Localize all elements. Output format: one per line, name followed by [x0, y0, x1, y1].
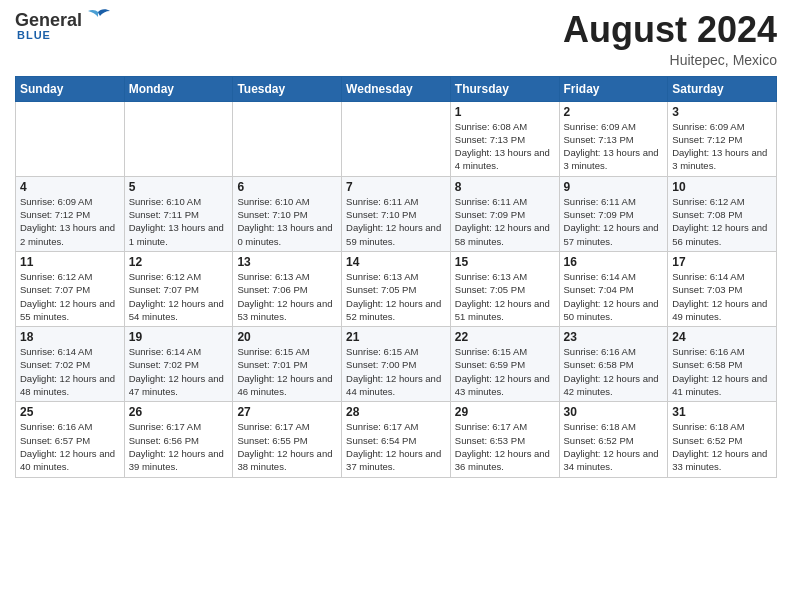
- calendar-cell: 15Sunrise: 6:13 AM Sunset: 7:05 PM Dayli…: [450, 251, 559, 326]
- day-info: Sunrise: 6:15 AM Sunset: 7:00 PM Dayligh…: [346, 345, 446, 398]
- header: General Blue August 2024 Huitepec, Mexic…: [15, 10, 777, 68]
- day-number: 7: [346, 180, 446, 194]
- day-number: 15: [455, 255, 555, 269]
- calendar-cell: 1Sunrise: 6:08 AM Sunset: 7:13 PM Daylig…: [450, 101, 559, 176]
- calendar-cell: 6Sunrise: 6:10 AM Sunset: 7:10 PM Daylig…: [233, 176, 342, 251]
- calendar-cell: 3Sunrise: 6:09 AM Sunset: 7:12 PM Daylig…: [668, 101, 777, 176]
- day-info: Sunrise: 6:13 AM Sunset: 7:06 PM Dayligh…: [237, 270, 337, 323]
- day-header-wednesday: Wednesday: [342, 76, 451, 101]
- day-number: 26: [129, 405, 229, 419]
- location: Huitepec, Mexico: [563, 52, 777, 68]
- day-number: 16: [564, 255, 664, 269]
- calendar-week-row: 11Sunrise: 6:12 AM Sunset: 7:07 PM Dayli…: [16, 251, 777, 326]
- calendar-cell: 8Sunrise: 6:11 AM Sunset: 7:09 PM Daylig…: [450, 176, 559, 251]
- day-number: 22: [455, 330, 555, 344]
- calendar-cell: [233, 101, 342, 176]
- day-header-friday: Friday: [559, 76, 668, 101]
- calendar: SundayMondayTuesdayWednesdayThursdayFrid…: [15, 76, 777, 478]
- calendar-cell: [16, 101, 125, 176]
- calendar-cell: 7Sunrise: 6:11 AM Sunset: 7:10 PM Daylig…: [342, 176, 451, 251]
- calendar-cell: 26Sunrise: 6:17 AM Sunset: 6:56 PM Dayli…: [124, 402, 233, 477]
- day-number: 13: [237, 255, 337, 269]
- day-number: 9: [564, 180, 664, 194]
- day-number: 11: [20, 255, 120, 269]
- day-info: Sunrise: 6:17 AM Sunset: 6:53 PM Dayligh…: [455, 420, 555, 473]
- calendar-week-row: 25Sunrise: 6:16 AM Sunset: 6:57 PM Dayli…: [16, 402, 777, 477]
- calendar-week-row: 18Sunrise: 6:14 AM Sunset: 7:02 PM Dayli…: [16, 327, 777, 402]
- day-info: Sunrise: 6:12 AM Sunset: 7:08 PM Dayligh…: [672, 195, 772, 248]
- day-info: Sunrise: 6:11 AM Sunset: 7:09 PM Dayligh…: [455, 195, 555, 248]
- day-info: Sunrise: 6:15 AM Sunset: 6:59 PM Dayligh…: [455, 345, 555, 398]
- day-number: 3: [672, 105, 772, 119]
- day-info: Sunrise: 6:14 AM Sunset: 7:02 PM Dayligh…: [20, 345, 120, 398]
- calendar-cell: 25Sunrise: 6:16 AM Sunset: 6:57 PM Dayli…: [16, 402, 125, 477]
- calendar-cell: 12Sunrise: 6:12 AM Sunset: 7:07 PM Dayli…: [124, 251, 233, 326]
- day-number: 31: [672, 405, 772, 419]
- day-number: 28: [346, 405, 446, 419]
- calendar-cell: 11Sunrise: 6:12 AM Sunset: 7:07 PM Dayli…: [16, 251, 125, 326]
- day-number: 27: [237, 405, 337, 419]
- day-info: Sunrise: 6:12 AM Sunset: 7:07 PM Dayligh…: [20, 270, 120, 323]
- calendar-cell: 29Sunrise: 6:17 AM Sunset: 6:53 PM Dayli…: [450, 402, 559, 477]
- day-number: 10: [672, 180, 772, 194]
- calendar-cell: 14Sunrise: 6:13 AM Sunset: 7:05 PM Dayli…: [342, 251, 451, 326]
- day-info: Sunrise: 6:13 AM Sunset: 7:05 PM Dayligh…: [455, 270, 555, 323]
- day-number: 1: [455, 105, 555, 119]
- logo-subtitle: Blue: [17, 29, 51, 41]
- day-info: Sunrise: 6:14 AM Sunset: 7:04 PM Dayligh…: [564, 270, 664, 323]
- day-info: Sunrise: 6:17 AM Sunset: 6:56 PM Dayligh…: [129, 420, 229, 473]
- day-number: 20: [237, 330, 337, 344]
- day-number: 8: [455, 180, 555, 194]
- day-info: Sunrise: 6:16 AM Sunset: 6:57 PM Dayligh…: [20, 420, 120, 473]
- calendar-cell: [342, 101, 451, 176]
- day-header-tuesday: Tuesday: [233, 76, 342, 101]
- day-number: 2: [564, 105, 664, 119]
- day-number: 5: [129, 180, 229, 194]
- calendar-cell: [124, 101, 233, 176]
- calendar-cell: 27Sunrise: 6:17 AM Sunset: 6:55 PM Dayli…: [233, 402, 342, 477]
- calendar-week-row: 1Sunrise: 6:08 AM Sunset: 7:13 PM Daylig…: [16, 101, 777, 176]
- day-info: Sunrise: 6:08 AM Sunset: 7:13 PM Dayligh…: [455, 120, 555, 173]
- calendar-cell: 23Sunrise: 6:16 AM Sunset: 6:58 PM Dayli…: [559, 327, 668, 402]
- day-info: Sunrise: 6:10 AM Sunset: 7:11 PM Dayligh…: [129, 195, 229, 248]
- day-info: Sunrise: 6:15 AM Sunset: 7:01 PM Dayligh…: [237, 345, 337, 398]
- day-number: 30: [564, 405, 664, 419]
- day-number: 17: [672, 255, 772, 269]
- calendar-cell: 9Sunrise: 6:11 AM Sunset: 7:09 PM Daylig…: [559, 176, 668, 251]
- day-info: Sunrise: 6:09 AM Sunset: 7:12 PM Dayligh…: [20, 195, 120, 248]
- logo-bird-icon: [84, 8, 112, 30]
- day-info: Sunrise: 6:18 AM Sunset: 6:52 PM Dayligh…: [672, 420, 772, 473]
- calendar-week-row: 4Sunrise: 6:09 AM Sunset: 7:12 PM Daylig…: [16, 176, 777, 251]
- day-header-sunday: Sunday: [16, 76, 125, 101]
- day-number: 24: [672, 330, 772, 344]
- day-header-monday: Monday: [124, 76, 233, 101]
- calendar-cell: 20Sunrise: 6:15 AM Sunset: 7:01 PM Dayli…: [233, 327, 342, 402]
- day-number: 18: [20, 330, 120, 344]
- month-title: August 2024: [563, 10, 777, 50]
- calendar-cell: 30Sunrise: 6:18 AM Sunset: 6:52 PM Dayli…: [559, 402, 668, 477]
- day-info: Sunrise: 6:14 AM Sunset: 7:03 PM Dayligh…: [672, 270, 772, 323]
- day-number: 4: [20, 180, 120, 194]
- logo-general-text: General: [15, 10, 82, 31]
- calendar-cell: 5Sunrise: 6:10 AM Sunset: 7:11 PM Daylig…: [124, 176, 233, 251]
- calendar-cell: 21Sunrise: 6:15 AM Sunset: 7:00 PM Dayli…: [342, 327, 451, 402]
- calendar-cell: 17Sunrise: 6:14 AM Sunset: 7:03 PM Dayli…: [668, 251, 777, 326]
- day-number: 12: [129, 255, 229, 269]
- day-info: Sunrise: 6:13 AM Sunset: 7:05 PM Dayligh…: [346, 270, 446, 323]
- calendar-cell: 22Sunrise: 6:15 AM Sunset: 6:59 PM Dayli…: [450, 327, 559, 402]
- calendar-cell: 16Sunrise: 6:14 AM Sunset: 7:04 PM Dayli…: [559, 251, 668, 326]
- calendar-cell: 18Sunrise: 6:14 AM Sunset: 7:02 PM Dayli…: [16, 327, 125, 402]
- calendar-cell: 10Sunrise: 6:12 AM Sunset: 7:08 PM Dayli…: [668, 176, 777, 251]
- day-info: Sunrise: 6:09 AM Sunset: 7:13 PM Dayligh…: [564, 120, 664, 173]
- day-info: Sunrise: 6:09 AM Sunset: 7:12 PM Dayligh…: [672, 120, 772, 173]
- day-number: 29: [455, 405, 555, 419]
- day-info: Sunrise: 6:17 AM Sunset: 6:54 PM Dayligh…: [346, 420, 446, 473]
- day-info: Sunrise: 6:14 AM Sunset: 7:02 PM Dayligh…: [129, 345, 229, 398]
- calendar-header-row: SundayMondayTuesdayWednesdayThursdayFrid…: [16, 76, 777, 101]
- calendar-cell: 4Sunrise: 6:09 AM Sunset: 7:12 PM Daylig…: [16, 176, 125, 251]
- title-block: August 2024 Huitepec, Mexico: [563, 10, 777, 68]
- calendar-cell: 2Sunrise: 6:09 AM Sunset: 7:13 PM Daylig…: [559, 101, 668, 176]
- day-info: Sunrise: 6:18 AM Sunset: 6:52 PM Dayligh…: [564, 420, 664, 473]
- calendar-cell: 24Sunrise: 6:16 AM Sunset: 6:58 PM Dayli…: [668, 327, 777, 402]
- day-info: Sunrise: 6:11 AM Sunset: 7:10 PM Dayligh…: [346, 195, 446, 248]
